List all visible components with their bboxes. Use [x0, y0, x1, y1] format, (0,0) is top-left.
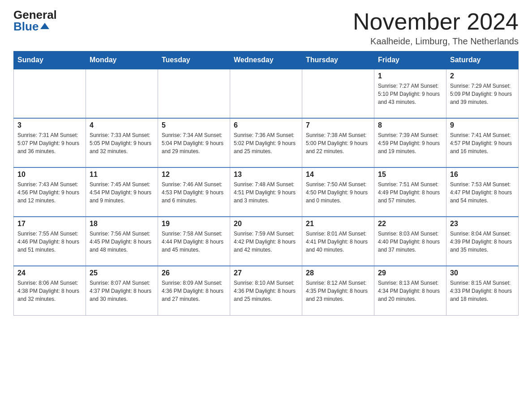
day-number: 25	[90, 269, 154, 277]
calendar-cell: 10Sunrise: 7:43 AM Sunset: 4:56 PM Dayli…	[14, 167, 86, 217]
day-number: 30	[450, 269, 515, 277]
weekday-header-wednesday: Wednesday	[230, 51, 302, 69]
day-number: 29	[378, 269, 442, 277]
calendar-cell: 28Sunrise: 8:12 AM Sunset: 4:35 PM Dayli…	[302, 266, 374, 315]
title-block: November 2024 Kaalheide, Limburg, The Ne…	[353, 9, 519, 47]
calendar-cell: 25Sunrise: 8:07 AM Sunset: 4:37 PM Dayli…	[86, 266, 158, 315]
day-number: 5	[162, 121, 226, 129]
day-number: 7	[306, 121, 370, 129]
calendar-cell: 5Sunrise: 7:34 AM Sunset: 5:04 PM Daylig…	[158, 118, 230, 167]
weekday-header-sunday: Sunday	[14, 51, 86, 69]
calendar-cell: 1Sunrise: 7:27 AM Sunset: 5:10 PM Daylig…	[374, 69, 446, 118]
calendar-cell	[302, 69, 374, 118]
day-number: 1	[378, 72, 442, 80]
calendar-cell: 7Sunrise: 7:38 AM Sunset: 5:00 PM Daylig…	[302, 118, 374, 167]
day-number: 19	[162, 220, 226, 228]
calendar-cell: 20Sunrise: 7:59 AM Sunset: 4:42 PM Dayli…	[230, 217, 302, 266]
day-info: Sunrise: 7:45 AM Sunset: 4:54 PM Dayligh…	[90, 180, 154, 205]
weekday-header-thursday: Thursday	[302, 51, 374, 69]
calendar-cell	[14, 69, 86, 118]
day-info: Sunrise: 8:04 AM Sunset: 4:39 PM Dayligh…	[450, 230, 515, 254]
day-info: Sunrise: 8:03 AM Sunset: 4:40 PM Dayligh…	[378, 230, 442, 254]
day-info: Sunrise: 7:39 AM Sunset: 4:59 PM Dayligh…	[378, 131, 442, 155]
day-number: 20	[234, 220, 298, 228]
day-info: Sunrise: 8:15 AM Sunset: 4:33 PM Dayligh…	[450, 279, 515, 303]
calendar-table: SundayMondayTuesdayWednesdayThursdayFrid…	[13, 51, 519, 316]
day-number: 6	[234, 121, 298, 129]
day-info: Sunrise: 7:29 AM Sunset: 5:09 PM Dayligh…	[450, 82, 515, 106]
calendar-cell: 24Sunrise: 8:06 AM Sunset: 4:38 PM Dayli…	[14, 266, 86, 315]
day-info: Sunrise: 7:33 AM Sunset: 5:05 PM Dayligh…	[90, 131, 154, 155]
weekday-header-tuesday: Tuesday	[158, 51, 230, 69]
calendar-cell: 15Sunrise: 7:51 AM Sunset: 4:49 PM Dayli…	[374, 167, 446, 217]
day-number: 16	[450, 171, 515, 179]
day-info: Sunrise: 8:09 AM Sunset: 4:36 PM Dayligh…	[162, 279, 226, 303]
calendar-cell	[230, 69, 302, 118]
calendar-cell: 29Sunrise: 8:13 AM Sunset: 4:34 PM Dayli…	[374, 266, 446, 315]
logo-blue: Blue	[13, 21, 39, 32]
calendar-cell: 22Sunrise: 8:03 AM Sunset: 4:40 PM Dayli…	[374, 217, 446, 266]
month-title: November 2024	[353, 9, 519, 34]
calendar-cell: 16Sunrise: 7:53 AM Sunset: 4:47 PM Dayli…	[446, 167, 519, 217]
day-number: 12	[162, 171, 226, 179]
day-info: Sunrise: 8:07 AM Sunset: 4:37 PM Dayligh…	[90, 279, 154, 303]
calendar-cell: 12Sunrise: 7:46 AM Sunset: 4:53 PM Dayli…	[158, 167, 230, 217]
weekday-header-row: SundayMondayTuesdayWednesdayThursdayFrid…	[14, 51, 519, 69]
calendar-cell: 27Sunrise: 8:10 AM Sunset: 4:36 PM Dayli…	[230, 266, 302, 315]
calendar-cell: 18Sunrise: 7:56 AM Sunset: 4:45 PM Dayli…	[86, 217, 158, 266]
day-info: Sunrise: 7:43 AM Sunset: 4:56 PM Dayligh…	[17, 180, 82, 205]
page-header: General Blue November 2024 Kaalheide, Li…	[13, 9, 519, 47]
day-number: 17	[17, 220, 82, 228]
logo-general: General	[13, 9, 57, 21]
day-number: 11	[90, 171, 154, 179]
location: Kaalheide, Limburg, The Netherlands	[353, 36, 519, 47]
day-number: 23	[450, 220, 515, 228]
calendar-cell: 3Sunrise: 7:31 AM Sunset: 5:07 PM Daylig…	[14, 118, 86, 167]
day-info: Sunrise: 8:10 AM Sunset: 4:36 PM Dayligh…	[234, 279, 298, 303]
day-info: Sunrise: 7:59 AM Sunset: 4:42 PM Dayligh…	[234, 230, 298, 254]
day-number: 18	[90, 220, 154, 228]
day-number: 24	[17, 269, 82, 277]
calendar-cell: 6Sunrise: 7:36 AM Sunset: 5:02 PM Daylig…	[230, 118, 302, 167]
calendar-week-1: 1Sunrise: 7:27 AM Sunset: 5:10 PM Daylig…	[14, 69, 519, 118]
day-number: 8	[378, 121, 442, 129]
calendar-cell: 19Sunrise: 7:58 AM Sunset: 4:44 PM Dayli…	[158, 217, 230, 266]
day-info: Sunrise: 7:56 AM Sunset: 4:45 PM Dayligh…	[90, 230, 154, 254]
day-info: Sunrise: 7:48 AM Sunset: 4:51 PM Dayligh…	[234, 180, 298, 205]
logo-triangle-icon	[40, 23, 49, 29]
day-info: Sunrise: 7:31 AM Sunset: 5:07 PM Dayligh…	[17, 131, 82, 155]
day-number: 3	[17, 121, 82, 129]
day-info: Sunrise: 7:46 AM Sunset: 4:53 PM Dayligh…	[162, 180, 226, 205]
day-number: 9	[450, 121, 515, 129]
day-number: 28	[306, 269, 370, 277]
day-info: Sunrise: 7:41 AM Sunset: 4:57 PM Dayligh…	[450, 131, 515, 155]
calendar-cell: 2Sunrise: 7:29 AM Sunset: 5:09 PM Daylig…	[446, 69, 519, 118]
calendar-week-2: 3Sunrise: 7:31 AM Sunset: 5:07 PM Daylig…	[14, 118, 519, 167]
calendar-week-4: 17Sunrise: 7:55 AM Sunset: 4:46 PM Dayli…	[14, 217, 519, 266]
day-info: Sunrise: 8:06 AM Sunset: 4:38 PM Dayligh…	[17, 279, 82, 303]
calendar-week-5: 24Sunrise: 8:06 AM Sunset: 4:38 PM Dayli…	[14, 266, 519, 315]
day-info: Sunrise: 7:50 AM Sunset: 4:50 PM Dayligh…	[306, 180, 370, 205]
day-info: Sunrise: 8:13 AM Sunset: 4:34 PM Dayligh…	[378, 279, 442, 303]
day-info: Sunrise: 7:51 AM Sunset: 4:49 PM Dayligh…	[378, 180, 442, 205]
day-info: Sunrise: 7:34 AM Sunset: 5:04 PM Dayligh…	[162, 131, 226, 155]
calendar-cell: 30Sunrise: 8:15 AM Sunset: 4:33 PM Dayli…	[446, 266, 519, 315]
calendar-cell	[86, 69, 158, 118]
calendar-cell: 4Sunrise: 7:33 AM Sunset: 5:05 PM Daylig…	[86, 118, 158, 167]
day-info: Sunrise: 8:12 AM Sunset: 4:35 PM Dayligh…	[306, 279, 370, 303]
calendar-cell: 13Sunrise: 7:48 AM Sunset: 4:51 PM Dayli…	[230, 167, 302, 217]
calendar-cell: 23Sunrise: 8:04 AM Sunset: 4:39 PM Dayli…	[446, 217, 519, 266]
calendar-cell: 8Sunrise: 7:39 AM Sunset: 4:59 PM Daylig…	[374, 118, 446, 167]
day-info: Sunrise: 8:01 AM Sunset: 4:41 PM Dayligh…	[306, 230, 370, 254]
calendar-week-3: 10Sunrise: 7:43 AM Sunset: 4:56 PM Dayli…	[14, 167, 519, 217]
day-number: 15	[378, 171, 442, 179]
calendar-cell: 11Sunrise: 7:45 AM Sunset: 4:54 PM Dayli…	[86, 167, 158, 217]
day-number: 22	[378, 220, 442, 228]
day-info: Sunrise: 7:55 AM Sunset: 4:46 PM Dayligh…	[17, 230, 82, 254]
calendar-cell: 26Sunrise: 8:09 AM Sunset: 4:36 PM Dayli…	[158, 266, 230, 315]
day-info: Sunrise: 7:27 AM Sunset: 5:10 PM Dayligh…	[378, 82, 442, 106]
day-info: Sunrise: 7:53 AM Sunset: 4:47 PM Dayligh…	[450, 180, 515, 205]
day-info: Sunrise: 7:58 AM Sunset: 4:44 PM Dayligh…	[162, 230, 226, 254]
weekday-header-friday: Friday	[374, 51, 446, 69]
weekday-header-saturday: Saturday	[446, 51, 519, 69]
